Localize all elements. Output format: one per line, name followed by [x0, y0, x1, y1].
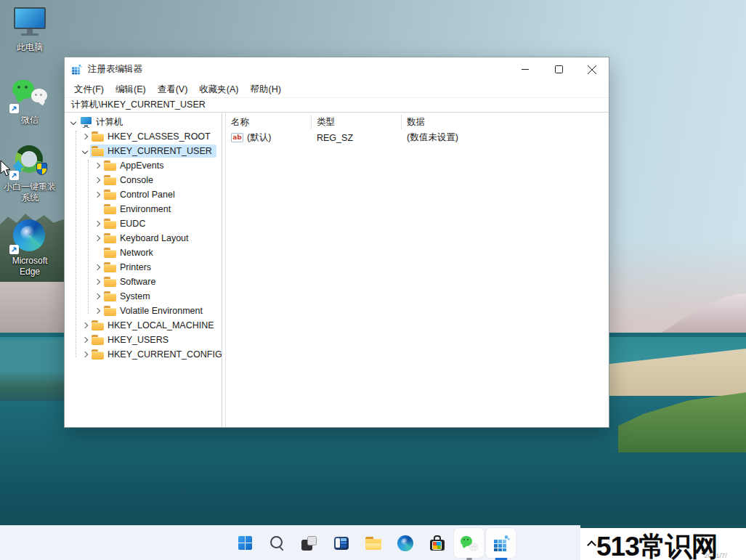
chevron-right-icon[interactable]: [92, 306, 102, 316]
tree-item-printers[interactable]: Printers: [65, 260, 222, 275]
column-header-type[interactable]: 类型: [312, 115, 402, 129]
registry-tree-pane[interactable]: 计算机 HKEY_CLASSES_ROOT HKEY_CURRENT_USER …: [65, 113, 222, 427]
tree-item-environment[interactable]: Environment: [65, 202, 222, 216]
desktop-icon-label: 此电脑: [3, 42, 57, 53]
desktop-icon-label: 微信: [3, 115, 57, 126]
list-header: 名称 类型 数据: [226, 114, 609, 130]
store-windows-logo-shape: [433, 542, 441, 549]
desktop-icon-label: 小白一键重装 系统: [3, 182, 57, 203]
no-chevron: [92, 204, 102, 214]
watermark: ))) 2021/7/ 513常识网: [580, 528, 746, 560]
tree-item-label: Printers: [120, 262, 151, 272]
folder-icon: [92, 131, 104, 142]
tree-item-appevents[interactable]: AppEvents: [65, 158, 222, 173]
tree-item-console[interactable]: Console: [65, 173, 222, 187]
edge-button[interactable]: [390, 528, 420, 558]
folder-icon: [104, 277, 116, 287]
menu-favorites[interactable]: 收藏夹(A): [193, 84, 244, 96]
chevron-right-icon[interactable]: [80, 131, 90, 142]
tree-item-hkey-current-user[interactable]: HKEY_CURRENT_USER: [65, 144, 222, 158]
folder-icon: [92, 146, 104, 156]
windows-logo-icon: [238, 536, 252, 550]
chevron-right-icon[interactable]: [92, 277, 102, 287]
desktop-icon-wechat[interactable]: 微信: [3, 77, 57, 126]
window-controls: [508, 57, 609, 81]
chevron-right-icon[interactable]: [92, 219, 102, 229]
tree-item-label: 计算机: [96, 116, 123, 129]
tree-item-hkey-local-machine[interactable]: HKEY_LOCAL_MACHINE: [65, 318, 222, 333]
value-name: (默认): [247, 131, 271, 144]
shield-shape: [36, 163, 47, 175]
tree-item-network[interactable]: Network: [65, 245, 222, 260]
value-name-cell: ab (默认): [226, 131, 312, 144]
widgets-button[interactable]: [326, 528, 356, 558]
chevron-right-icon[interactable]: [80, 320, 90, 330]
chevron-right-icon[interactable]: [92, 175, 102, 185]
menu-view[interactable]: 查看(V): [152, 84, 194, 96]
store-button[interactable]: [422, 528, 452, 558]
label-line-1: 小白一键重装: [3, 182, 57, 192]
chevron-right-icon[interactable]: [92, 161, 102, 171]
start-button[interactable]: [230, 528, 260, 558]
file-explorer-button[interactable]: [358, 528, 388, 558]
tree-item-label: Volatile Environment: [120, 306, 203, 316]
folder-icon: [104, 161, 116, 171]
value-row-default[interactable]: ab (默认) REG_SZ (数值未设置): [226, 130, 609, 145]
this-pc-icon: [11, 4, 49, 41]
edge-icon: [11, 218, 49, 254]
search-button[interactable]: [262, 528, 292, 558]
task-view-icon: [301, 536, 317, 551]
column-header-name[interactable]: 名称: [226, 115, 312, 129]
window-body: 计算机 HKEY_CLASSES_ROOT HKEY_CURRENT_USER …: [65, 113, 609, 427]
edge-icon: [397, 535, 413, 551]
regedit-window: 注册表编辑器 文件(F) 编辑(E) 查看(V) 收藏夹(A) 帮助(H) 计算…: [64, 57, 609, 428]
close-button[interactable]: [575, 57, 609, 81]
tree-item-label: Console: [120, 175, 153, 185]
address-bar[interactable]: 计算机\HKEY_CURRENT_USER: [65, 97, 609, 113]
regedit-taskbar-button[interactable]: [486, 528, 516, 558]
chevron-down-icon[interactable]: [80, 146, 90, 156]
chevron-right-icon[interactable]: [80, 335, 90, 345]
desktop-icon-microsoft-edge[interactable]: Microsoft Edge: [3, 218, 57, 277]
values-list-pane[interactable]: 名称 类型 数据 ab (默认) REG_SZ (数值未设置): [226, 113, 609, 427]
titlebar[interactable]: 注册表编辑器: [65, 57, 609, 81]
tree-item-system[interactable]: System: [65, 289, 222, 304]
tree-item-software[interactable]: Software: [65, 275, 222, 289]
menu-edit[interactable]: 编辑(E): [110, 84, 152, 96]
wallpaper-left-reflection: [0, 340, 67, 401]
shortcut-arrow-icon: [9, 245, 19, 254]
tree-item-label: Keyboard Layout: [120, 233, 189, 243]
chevron-right-icon[interactable]: [92, 233, 102, 243]
chevron-right-icon[interactable]: [80, 349, 90, 360]
chevron-right-icon[interactable]: [92, 291, 102, 301]
tree-item-hkey-classes-root[interactable]: HKEY_CLASSES_ROOT: [65, 129, 222, 144]
folder-icon: [104, 204, 116, 214]
menu-help[interactable]: 帮助(H): [244, 84, 286, 96]
task-view-button[interactable]: [294, 528, 324, 558]
tree-item-volatile-environment[interactable]: Volatile Environment: [65, 304, 222, 318]
chevron-right-icon[interactable]: [92, 190, 102, 200]
chevron-down-icon[interactable]: [68, 117, 78, 127]
computer-icon: [80, 117, 92, 127]
wechat-taskbar-button[interactable]: [454, 528, 484, 558]
tree-item-hkey-current-config[interactable]: HKEY_CURRENT_CONFIG: [65, 347, 222, 362]
desktop-icon-this-pc[interactable]: 此电脑: [3, 4, 57, 53]
maximize-button[interactable]: [542, 57, 575, 81]
tree-item-keyboard-layout[interactable]: Keyboard Layout: [65, 231, 222, 245]
desktop[interactable]: 此电脑 微信 小白一键重装 系统: [0, 0, 746, 560]
label-line-1: Microsoft: [3, 256, 57, 267]
wechat-bubble-small: [31, 89, 47, 102]
column-header-data[interactable]: 数据: [402, 115, 609, 129]
chevron-right-icon[interactable]: [92, 262, 102, 272]
tree-item-control-panel[interactable]: Control Panel: [65, 187, 222, 202]
tree-item-eudc[interactable]: EUDC: [65, 216, 222, 231]
tree-item-computer[interactable]: 计算机: [65, 115, 222, 129]
menu-file[interactable]: 文件(F): [68, 84, 110, 96]
tree-item-hkey-users[interactable]: HKEY_USERS: [65, 333, 222, 347]
tray-chevron-up-icon[interactable]: [588, 540, 596, 548]
tree-item-label: Network: [120, 248, 153, 258]
minimize-button[interactable]: [508, 57, 542, 81]
menu-bar: 文件(F) 编辑(E) 查看(V) 收藏夹(A) 帮助(H): [65, 81, 609, 97]
folder-icon: [92, 320, 104, 330]
folder-icon: [104, 219, 116, 229]
